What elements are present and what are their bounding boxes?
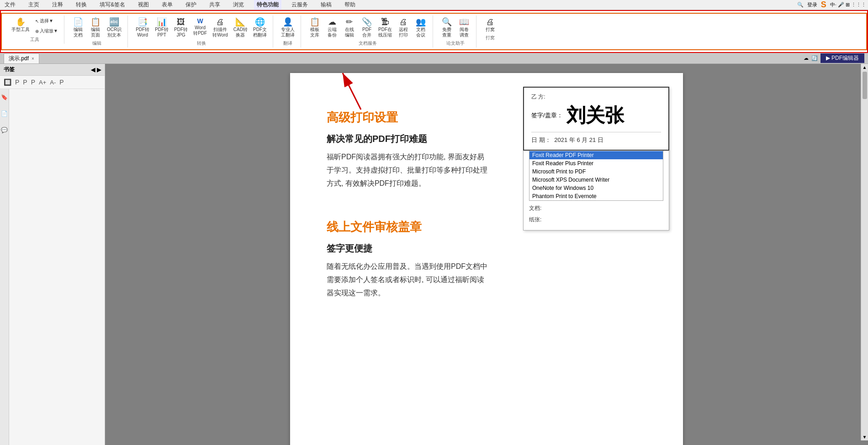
arrow-annotation <box>333 68 388 115</box>
sidebar-tool-more[interactable]: P <box>58 78 64 87</box>
scroll-down-btn[interactable]: ▼ <box>862 434 868 440</box>
pdf-merge-btn[interactable]: 📎 PDF合并 <box>359 16 375 39</box>
menu-input[interactable]: 输稿 <box>318 0 334 10</box>
ribbon: ✋ 手型工具 ↖ 选择▼ ⊕ 入缩放▼ 工具 <box>0 10 868 53</box>
stamp-party: 乙 方: <box>531 93 661 101</box>
scan-to-word-btn[interactable]: 🖨 扫描件转Word <box>210 16 230 39</box>
printer-item-phantom-evernote[interactable]: Phantom Print to Evernote <box>529 192 663 200</box>
scrollbar-vertical[interactable]: ▲ ▼ <box>861 64 868 440</box>
ribbon-group-doc-service: 📋 模板文库 ☁ 云端备份 ✏ 在线编辑 📎 PDF合并 🗜 PDF在 <box>303 16 433 47</box>
search-box[interactable]: 🔍 <box>797 2 804 8</box>
strip-btn-2[interactable]: 📄 <box>0 109 9 118</box>
pdf-to-jpg-btn[interactable]: 🖼 PDF转JPG <box>172 16 190 39</box>
scroll-up-btn[interactable]: ▲ <box>862 64 868 71</box>
pdf-to-ppt-btn[interactable]: 📊 PDF转PPT <box>153 16 171 39</box>
sidebar-tool-page2[interactable]: P <box>22 78 28 87</box>
sidebar-content <box>9 89 105 445</box>
edit-doc-btn[interactable]: 📄 编辑文档 <box>70 16 86 39</box>
select-btn[interactable]: ↖ 选择▼ <box>33 16 60 26</box>
stamp-date-row: 日 期： 2021 年 6 月 21 日 <box>531 136 661 144</box>
printer-item-onenote[interactable]: OneNote for Windows 10 <box>529 184 663 192</box>
sidebar-header: 书签 ◀ ▶ <box>0 64 105 76</box>
sidebar-strip: 🔖 📄 💬 <box>0 89 9 445</box>
sidebar-tool-font-down[interactable]: A- <box>49 78 57 87</box>
remote-print-btn[interactable]: 🖨 远程打印 <box>395 16 412 39</box>
ribbon-group-tools: ✋ 手型工具 ↖ 选择▼ ⊕ 入缩放▼ 工具 <box>5 16 64 44</box>
tab-close-btn[interactable]: × <box>32 56 34 61</box>
zoom-btn[interactable]: ⊕ 入缩放▼ <box>33 26 60 36</box>
printer-item-ms-pdf[interactable]: Microsoft Print to PDF <box>529 168 663 176</box>
sidebar-toolbar: 🔲 P P P A+ A- P <box>0 76 105 89</box>
sidebar-tool-bookmark[interactable]: 🔲 <box>3 78 12 87</box>
ribbon-group-paper: 🔍 免费查重 📖 阅卷调查 论文助手 <box>435 16 476 47</box>
pdf-compress-btn[interactable]: 🗜 PDF在线压缩 <box>376 16 394 39</box>
translate-icon: 🌐 <box>255 18 265 26</box>
doc-meeting-btn[interactable]: 👥 文档会议 <box>413 16 429 39</box>
sidebar-nav-prev[interactable]: ◀ <box>91 67 95 73</box>
ribbon-content: ✋ 手型工具 ↖ 选择▼ ⊕ 入缩放▼ 工具 <box>1 13 867 50</box>
printer-item-foxit-reader[interactable]: Foxit Reader PDF Printer <box>529 151 663 159</box>
pro-translate-btn[interactable]: 👤 专业人工翻译 <box>279 16 297 39</box>
print-doc-label: 文档: <box>529 204 552 212</box>
sidebar-tool-page1[interactable]: P <box>14 78 20 87</box>
remote-print-icon: 🖨 <box>399 18 408 26</box>
ribbon-group-translation: 👤 专业人工翻译 翻译 <box>275 16 301 47</box>
plagiarism-btn[interactable]: 🔍 免费查重 <box>439 16 455 39</box>
menu-protect[interactable]: 保护 <box>183 0 199 10</box>
template-btn[interactable]: 📋 模板文库 <box>307 16 323 39</box>
cloud-icon: ☁ <box>328 18 336 26</box>
menu-special[interactable]: 特色功能 <box>254 0 281 10</box>
pdf-jpg-icon: 🖼 <box>177 18 185 26</box>
compress-icon: 🗜 <box>381 18 389 26</box>
menu-annotation[interactable]: 注释 <box>49 0 66 10</box>
pdf-to-word-btn[interactable]: 📑 PDF转Word <box>133 16 152 39</box>
menu-form[interactable]: 表单 <box>159 0 175 10</box>
print-btn[interactable]: 🖨 打窝 <box>482 16 498 34</box>
online-edit-btn[interactable]: ✏ 在线编辑 <box>341 16 358 39</box>
svg-line-1 <box>343 73 361 110</box>
pdf-translate-btn[interactable]: 🌐 PDF文档翻译 <box>251 16 269 39</box>
survey-btn[interactable]: 📖 阅卷调查 <box>456 16 472 39</box>
strip-btn-1[interactable]: 🔖 <box>0 93 9 102</box>
scroll-thumb[interactable] <box>863 72 867 99</box>
login-btn[interactable]: 登录 <box>807 1 817 8</box>
sidebar-tool-font-up[interactable]: A+ <box>38 78 47 87</box>
cloud-backup-btn[interactable]: ☁ 云端备份 <box>324 16 340 39</box>
menu-sign[interactable]: 填写&签名 <box>97 0 128 10</box>
stamp-illustration: 乙 方: 签字/盖章： 刘关张 日 期： 2021 年 6 月 21 日 <box>500 219 646 310</box>
ocr-icon: 🔤 <box>109 18 119 26</box>
ocr-btn[interactable]: 🔤 OCR识别文本 <box>105 16 124 39</box>
menu-file[interactable]: 文件 <box>2 0 18 10</box>
sidebar-nav-next[interactable]: ▶ <box>97 67 101 73</box>
select-icon: ↖ <box>35 19 39 24</box>
edit-page-icon: 📋 <box>90 18 101 26</box>
cad-converter-btn[interactable]: 📐 CAD转换器 <box>231 16 250 39</box>
pdf-editor-btn[interactable]: ▶ PDF编辑器 <box>820 53 864 63</box>
section2-text: 线上文件审核盖章 签字更便捷 随着无纸化办公应用普及。当遇到使用PDF文档中 需… <box>327 219 491 310</box>
menu-convert[interactable]: 转换 <box>73 0 90 10</box>
section2-title: 线上文件审核盖章 <box>327 219 491 235</box>
printer-item-foxit-plus[interactable]: Foxit Reader Plus Printer <box>529 159 663 168</box>
edit-doc-icon: 📄 <box>73 18 83 26</box>
menu-browse[interactable]: 浏览 <box>230 0 247 10</box>
menu-home[interactable]: 主页 <box>26 0 42 10</box>
stamp-date-value: 2021 年 6 月 21 日 <box>554 136 603 143</box>
menu-share[interactable]: 共享 <box>206 0 223 10</box>
stamp-sign-row: 签字/盖章： 刘关张 <box>531 103 661 132</box>
pdf-page: 高级打印设置 解决常见的PDF打印难题 福昕PDF阅读器拥有强大的打印功能, 界… <box>290 73 683 445</box>
stamp-sign-label: 签字/盖章： <box>531 111 563 120</box>
pdf-ppt-icon: 📊 <box>157 18 167 26</box>
menu-cloud[interactable]: 云服务 <box>289 0 311 10</box>
strip-btn-3[interactable]: 💬 <box>0 126 9 135</box>
menu-help[interactable]: 帮助 <box>342 0 358 10</box>
cad-icon: 📐 <box>235 18 245 26</box>
edit-page-btn[interactable]: 📋 编辑页面 <box>87 16 104 39</box>
sidebar-tool-page3[interactable]: P <box>30 78 36 87</box>
merge-icon: 📎 <box>362 18 372 26</box>
doc-tab-demo[interactable]: 演示.pdf × <box>4 53 39 63</box>
menu-view[interactable]: 视图 <box>135 0 152 10</box>
hand-tool-btn[interactable]: ✋ 手型工具 <box>9 16 32 34</box>
word-to-pdf-btn[interactable]: W Word转PDF <box>191 16 209 37</box>
printer-item-ms-xps[interactable]: Microsoft XPS Document Writer <box>529 176 663 184</box>
section2: 线上文件审核盖章 签字更便捷 随着无纸化办公应用普及。当遇到使用PDF文档中 需… <box>327 219 646 310</box>
